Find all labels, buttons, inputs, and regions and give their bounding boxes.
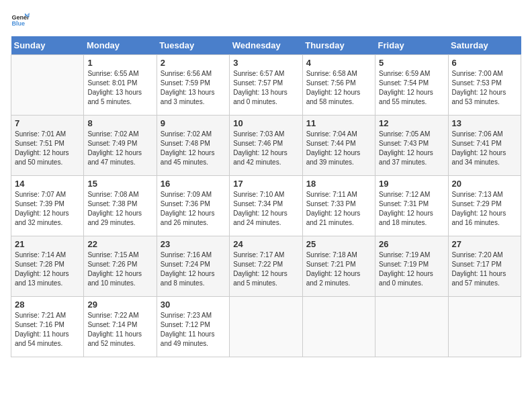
day-number: 23 [161,239,226,249]
day-cell: 27Sunrise: 7:20 AM Sunset: 7:17 PM Dayli… [448,236,521,297]
day-number: 30 [161,300,226,310]
day-cell: 7Sunrise: 7:01 AM Sunset: 7:51 PM Daylig… [11,116,84,176]
day-cell: 12Sunrise: 7:05 AM Sunset: 7:43 PM Dayli… [375,116,448,176]
header-cell-tuesday: Tuesday [157,36,229,55]
day-cell: 1Sunrise: 6:55 AM Sunset: 8:01 PM Daylig… [84,55,157,116]
svg-text:Blue: Blue [11,20,25,27]
day-info: Sunrise: 7:14 AM Sunset: 7:28 PM Dayligh… [15,250,80,288]
day-number: 5 [379,58,444,68]
day-cell: 18Sunrise: 7:11 AM Sunset: 7:33 PM Dayli… [302,176,375,236]
day-number: 18 [306,179,371,189]
day-cell: 24Sunrise: 7:17 AM Sunset: 7:22 PM Dayli… [230,236,302,297]
day-cell: 8Sunrise: 7:02 AM Sunset: 7:49 PM Daylig… [84,116,157,176]
day-cell: 4Sunrise: 6:58 AM Sunset: 7:56 PM Daylig… [302,55,375,116]
day-number: 12 [379,118,444,128]
day-number: 8 [87,118,152,128]
day-number: 7 [15,118,80,128]
calendar-table: SundayMondayTuesdayWednesdayThursdayFrid… [11,36,521,357]
day-cell: 16Sunrise: 7:09 AM Sunset: 7:36 PM Dayli… [157,176,229,236]
day-info: Sunrise: 7:16 AM Sunset: 7:24 PM Dayligh… [161,250,226,288]
day-number: 29 [87,300,152,310]
day-number: 26 [379,239,444,249]
day-cell [302,297,375,357]
day-number: 1 [87,58,152,68]
day-number: 27 [452,239,517,249]
day-info: Sunrise: 7:06 AM Sunset: 7:41 PM Dayligh… [452,130,517,167]
svg-text:General: General [11,14,30,21]
day-cell: 25Sunrise: 7:18 AM Sunset: 7:21 PM Dayli… [302,236,375,297]
header-cell-thursday: Thursday [302,36,375,55]
day-number: 22 [87,239,152,249]
day-cell: 2Sunrise: 6:56 AM Sunset: 7:59 PM Daylig… [157,55,229,116]
day-cell: 13Sunrise: 7:06 AM Sunset: 7:41 PM Dayli… [448,116,521,176]
day-info: Sunrise: 7:17 AM Sunset: 7:22 PM Dayligh… [233,250,298,288]
day-cell: 19Sunrise: 7:12 AM Sunset: 7:31 PM Dayli… [375,176,448,236]
header-cell-saturday: Saturday [448,36,521,55]
day-cell: 5Sunrise: 6:59 AM Sunset: 7:54 PM Daylig… [375,55,448,116]
header-cell-friday: Friday [375,36,448,55]
day-info: Sunrise: 7:19 AM Sunset: 7:19 PM Dayligh… [379,250,444,288]
header-cell-wednesday: Wednesday [230,36,302,55]
day-info: Sunrise: 7:11 AM Sunset: 7:33 PM Dayligh… [306,190,371,228]
day-number: 24 [233,239,298,249]
day-cell: 22Sunrise: 7:15 AM Sunset: 7:26 PM Dayli… [84,236,157,297]
day-number: 11 [306,118,371,128]
day-cell: 6Sunrise: 7:00 AM Sunset: 7:53 PM Daylig… [448,55,521,116]
day-info: Sunrise: 7:04 AM Sunset: 7:44 PM Dayligh… [306,130,371,167]
day-info: Sunrise: 7:23 AM Sunset: 7:12 PM Dayligh… [161,311,226,349]
day-number: 16 [161,179,226,189]
header-cell-sunday: Sunday [11,36,84,55]
logo: General Blue [11,11,30,30]
day-info: Sunrise: 7:09 AM Sunset: 7:36 PM Dayligh… [161,190,226,228]
day-cell: 9Sunrise: 7:02 AM Sunset: 7:48 PM Daylig… [157,116,229,176]
day-number: 10 [233,118,298,128]
day-info: Sunrise: 7:18 AM Sunset: 7:21 PM Dayligh… [306,250,371,288]
week-row-5: 28Sunrise: 7:21 AM Sunset: 7:16 PM Dayli… [11,297,521,357]
day-cell [448,297,521,357]
day-cell: 10Sunrise: 7:03 AM Sunset: 7:46 PM Dayli… [230,116,302,176]
day-info: Sunrise: 6:57 AM Sunset: 7:57 PM Dayligh… [233,69,298,107]
day-cell: 29Sunrise: 7:22 AM Sunset: 7:14 PM Dayli… [84,297,157,357]
day-info: Sunrise: 7:00 AM Sunset: 7:53 PM Dayligh… [452,69,517,107]
day-info: Sunrise: 7:10 AM Sunset: 7:34 PM Dayligh… [233,190,298,228]
day-cell: 21Sunrise: 7:14 AM Sunset: 7:28 PM Dayli… [11,236,84,297]
day-number: 2 [161,58,226,68]
week-row-4: 21Sunrise: 7:14 AM Sunset: 7:28 PM Dayli… [11,236,521,297]
logo-icon: General Blue [11,11,30,30]
day-cell [230,297,302,357]
day-number: 14 [15,179,80,189]
day-cell: 14Sunrise: 7:07 AM Sunset: 7:39 PM Dayli… [11,176,84,236]
day-info: Sunrise: 7:13 AM Sunset: 7:29 PM Dayligh… [452,190,517,228]
day-number: 9 [161,118,226,128]
day-number: 13 [452,118,517,128]
day-cell: 28Sunrise: 7:21 AM Sunset: 7:16 PM Dayli… [11,297,84,357]
day-cell: 15Sunrise: 7:08 AM Sunset: 7:38 PM Dayli… [84,176,157,236]
day-info: Sunrise: 7:02 AM Sunset: 7:48 PM Dayligh… [161,130,226,167]
day-cell: 11Sunrise: 7:04 AM Sunset: 7:44 PM Dayli… [302,116,375,176]
week-row-3: 14Sunrise: 7:07 AM Sunset: 7:39 PM Dayli… [11,176,521,236]
day-info: Sunrise: 6:55 AM Sunset: 8:01 PM Dayligh… [87,69,152,107]
header-row: SundayMondayTuesdayWednesdayThursdayFrid… [11,36,521,55]
day-info: Sunrise: 7:02 AM Sunset: 7:49 PM Dayligh… [87,130,152,167]
day-number: 15 [87,179,152,189]
day-number: 6 [452,58,517,68]
day-cell: 20Sunrise: 7:13 AM Sunset: 7:29 PM Dayli… [448,176,521,236]
day-number: 19 [379,179,444,189]
day-number: 17 [233,179,298,189]
header-cell-monday: Monday [84,36,157,55]
day-info: Sunrise: 7:15 AM Sunset: 7:26 PM Dayligh… [87,250,152,288]
day-cell: 23Sunrise: 7:16 AM Sunset: 7:24 PM Dayli… [157,236,229,297]
day-info: Sunrise: 7:20 AM Sunset: 7:17 PM Dayligh… [452,250,517,288]
day-info: Sunrise: 7:05 AM Sunset: 7:43 PM Dayligh… [379,130,444,167]
day-info: Sunrise: 6:58 AM Sunset: 7:56 PM Dayligh… [306,69,371,107]
day-cell: 26Sunrise: 7:19 AM Sunset: 7:19 PM Dayli… [375,236,448,297]
day-cell: 17Sunrise: 7:10 AM Sunset: 7:34 PM Dayli… [230,176,302,236]
week-row-2: 7Sunrise: 7:01 AM Sunset: 7:51 PM Daylig… [11,116,521,176]
day-info: Sunrise: 7:08 AM Sunset: 7:38 PM Dayligh… [87,190,152,228]
day-cell: 3Sunrise: 6:57 AM Sunset: 7:57 PM Daylig… [230,55,302,116]
day-number: 21 [15,239,80,249]
day-number: 25 [306,239,371,249]
day-info: Sunrise: 7:03 AM Sunset: 7:46 PM Dayligh… [233,130,298,167]
day-info: Sunrise: 6:59 AM Sunset: 7:54 PM Dayligh… [379,69,444,107]
day-cell [375,297,448,357]
